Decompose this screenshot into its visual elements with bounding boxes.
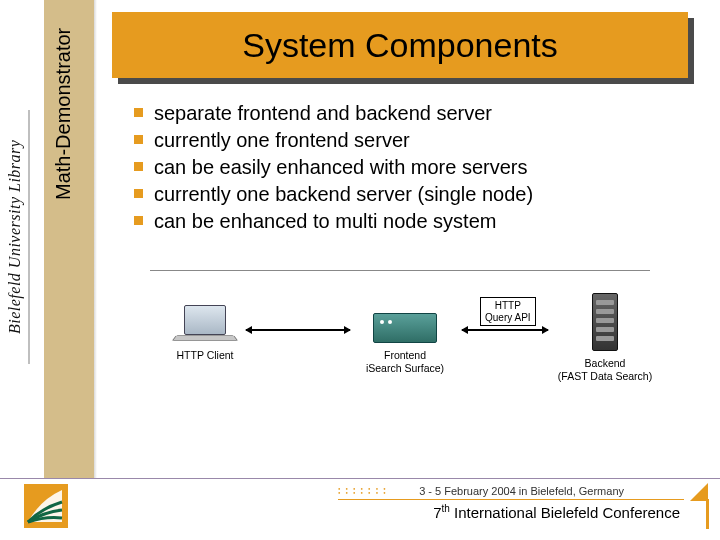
frontend-caption-line1: Frontend	[384, 349, 426, 361]
footer-date: 3 - 5 February 2004 in Bielefeld, German…	[419, 485, 624, 497]
laptop-icon	[160, 305, 250, 343]
node-backend: Backend (FAST Data Search)	[550, 293, 660, 382]
api-label-line1: HTTP	[495, 300, 521, 311]
backend-caption-line1: Backend	[585, 357, 626, 369]
arrow-client-frontend	[246, 329, 350, 331]
sidebar-label: Math-Demonstrator	[52, 28, 75, 200]
api-label-line2: Query API	[485, 312, 531, 323]
corner-accent-stem	[706, 499, 709, 529]
arrow-frontend-backend	[462, 329, 548, 331]
frontend-caption-line2: iSearch Surface)	[366, 362, 444, 374]
node-frontend: Frontend iSearch Surface)	[350, 313, 460, 374]
footer-rule	[338, 499, 684, 500]
backend-caption-line2: (FAST Data Search)	[558, 370, 652, 382]
bullet-list: separate frontend and backend server cur…	[134, 100, 686, 235]
bullet-item: separate frontend and backend server	[134, 100, 686, 126]
decorative-dots: ● ● ● ● ● ● ●● ● ● ● ● ● ●	[338, 487, 388, 495]
bullet-item: currently one frontend server	[134, 127, 686, 153]
title-bar: System Components	[112, 12, 688, 78]
bullet-item: can be enhanced to multi node system	[134, 208, 686, 234]
conference-text: International Bielefeld Conference	[450, 504, 680, 521]
bullet-item: currently one backend server (single nod…	[134, 181, 686, 207]
conference-logo-icon	[22, 482, 70, 530]
brand-vertical-text: Bielefeld University Library	[6, 110, 30, 364]
footer-conference-name: 7th International Bielefeld Conference	[433, 503, 680, 521]
footer: ● ● ● ● ● ● ●● ● ● ● ● ● ● 3 - 5 Februar…	[0, 478, 720, 540]
architecture-diagram: HTTP Client Frontend iSearch Surface) Ba…	[150, 270, 650, 440]
node-client: HTTP Client	[160, 305, 250, 362]
server-icon	[373, 313, 437, 343]
bullet-item: can be easily enhanced with more servers	[134, 154, 686, 180]
ordinal-suffix: th	[442, 503, 450, 514]
api-label: HTTP Query API	[480, 297, 536, 326]
node-client-caption: HTTP Client	[160, 349, 250, 362]
rack-icon	[592, 293, 618, 351]
ordinal-num: 7	[433, 504, 441, 521]
page-title: System Components	[242, 26, 558, 65]
